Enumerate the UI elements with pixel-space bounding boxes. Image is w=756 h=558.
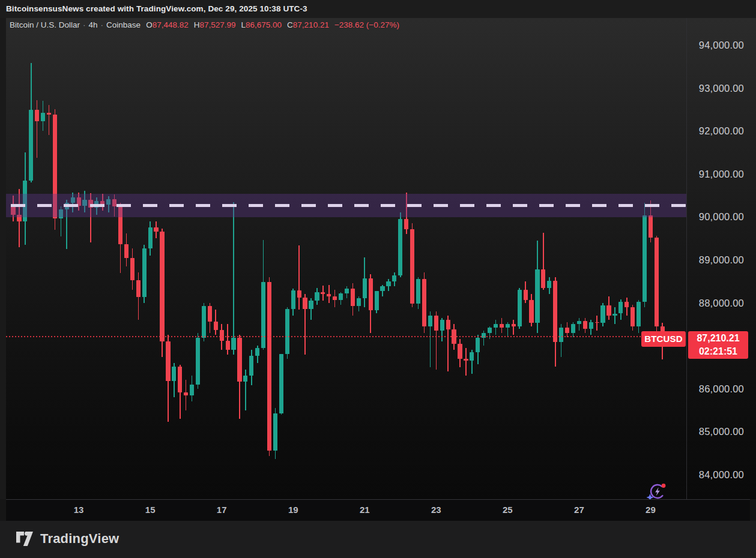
price-axis-label: 92,000.00: [699, 125, 744, 137]
candle-body: [529, 300, 533, 323]
price-axis-label: 89,000.00: [699, 254, 744, 266]
candle-body: [351, 289, 355, 306]
left-gutter: [0, 18, 6, 499]
footer: TradingView: [0, 521, 756, 558]
candle-body: [386, 281, 390, 287]
price-axis-label: 86,000.00: [699, 383, 744, 395]
candle-body: [494, 324, 498, 328]
brand-text: TradingView: [40, 531, 119, 547]
candle-body: [208, 306, 212, 322]
candle-body: [226, 341, 230, 350]
candle-body: [649, 215, 653, 238]
candle-body: [612, 314, 617, 316]
price-axis-label: 88,000.00: [699, 298, 744, 309]
symbol-info-row: Bitcoin / U.S. Dollar·4h·CoinbaseO87,448…: [10, 20, 399, 31]
last-price-box: 87,210.21 02:21:51: [688, 331, 748, 359]
price-axis-label: 94,000.00: [699, 40, 744, 51]
candle-body: [380, 286, 384, 291]
candle-body: [231, 338, 235, 350]
candle-body: [559, 328, 563, 342]
candle-body: [214, 322, 218, 330]
candle-body: [422, 279, 426, 326]
attribution-text: BitcoinsensusNews created with TradingVi…: [6, 4, 307, 13]
candle-body: [404, 219, 408, 229]
candle-wick: [465, 348, 467, 376]
change-value: −238.62 (−0.27%): [334, 20, 399, 29]
candle-body: [565, 328, 569, 333]
ohlc-field-label: O: [146, 20, 153, 29]
candle-body: [327, 294, 331, 296]
candle-body: [363, 278, 367, 298]
exchange-label[interactable]: Coinbase: [106, 20, 141, 29]
candle-body: [606, 305, 611, 316]
candle-body: [524, 290, 528, 299]
candle-body: [237, 338, 241, 382]
time-axis-label: 15: [145, 505, 156, 515]
candle-body: [416, 279, 420, 304]
candle-body: [589, 322, 593, 329]
time-axis-label: 27: [574, 505, 584, 515]
time-axis-label: 17: [217, 505, 227, 515]
candle-body: [398, 219, 402, 275]
candle-body: [631, 307, 635, 326]
last-price-value: 87,210.21: [688, 332, 748, 345]
ohlc-field-label: H: [194, 20, 200, 29]
ohlc-field-value: 87,527.99: [199, 20, 235, 29]
time-axis-label: 19: [288, 505, 298, 515]
chart-pane[interactable]: Bitcoin / U.S. Dollar·4h·CoinbaseO87,448…: [6, 18, 687, 499]
tradingview-logo[interactable]: TradingView: [16, 531, 119, 547]
candle-wick: [233, 202, 234, 354]
price-axis-label: 93,000.00: [699, 83, 744, 94]
candle-body: [488, 328, 492, 333]
symbol-price-tag: BTCUSD: [641, 331, 686, 347]
candle-wick: [298, 245, 300, 310]
candle-wick: [614, 307, 615, 325]
candle-body: [154, 227, 158, 232]
time-axis-label: 13: [74, 505, 84, 515]
candle-body: [29, 110, 33, 180]
candle-body: [446, 320, 450, 329]
candle-body: [428, 316, 432, 326]
time-axis-label: 29: [646, 505, 656, 515]
price-scale[interactable]: 87,210.21 02:21:51 94,000.0093,000.0092,…: [687, 18, 756, 499]
candle-body: [172, 367, 176, 381]
candle-body: [369, 278, 373, 311]
candle-body: [518, 290, 522, 326]
candle-body: [166, 341, 170, 381]
candle-body: [339, 293, 343, 300]
candle-body: [160, 232, 164, 341]
candle-wick: [186, 380, 187, 410]
candle-body: [392, 275, 396, 281]
ohlc-field-value: 86,675.00: [246, 20, 282, 29]
candle-body: [136, 280, 141, 297]
candle-body: [357, 298, 361, 306]
separator-dot: ·: [101, 20, 104, 29]
separator-dot: ·: [83, 20, 86, 29]
candle-wick: [513, 320, 514, 335]
candle-body: [470, 352, 474, 361]
candle-body: [512, 324, 516, 326]
price-axis-label: 90,000.00: [699, 211, 744, 223]
candle-body: [196, 338, 200, 385]
spark-circle-icon: [645, 481, 668, 499]
time-scale[interactable]: 131517192123252729: [6, 499, 750, 522]
candle-wick: [37, 100, 38, 158]
candle-body: [148, 227, 153, 248]
candle-body: [190, 385, 194, 395]
interval-label[interactable]: 4h: [89, 20, 98, 29]
ohlc-field-label: C: [287, 20, 293, 29]
candle-body: [600, 305, 605, 323]
price-axis-label: 84,000.00: [699, 469, 744, 481]
candle-body: [375, 291, 379, 310]
candle-body: [624, 302, 629, 307]
price-axis-label: 91,000.00: [699, 169, 744, 180]
candle-body: [303, 298, 307, 309]
candle-body: [249, 356, 253, 376]
symbol-title[interactable]: Bitcoin / U.S. Dollar: [10, 20, 80, 29]
resistance-zone-dash-line: [6, 204, 686, 207]
candle-body: [458, 344, 462, 359]
candle-body: [41, 113, 45, 121]
candle-body: [618, 302, 623, 313]
candle-body: [220, 330, 224, 340]
candle-body: [571, 324, 575, 332]
